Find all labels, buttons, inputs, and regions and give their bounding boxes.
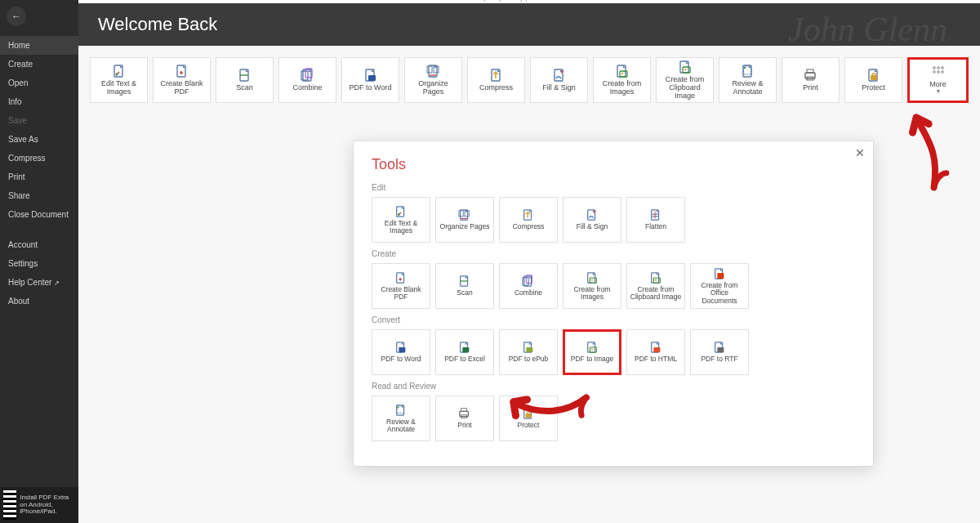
svg-point-52	[655, 279, 657, 280]
signature-decoration: John Glenn	[788, 10, 947, 49]
tool-label: PDF to Excel	[444, 355, 485, 363]
sidebar-item-create[interactable]: Create	[0, 55, 78, 74]
tool-organize-pages[interactable]: Organize Pages	[404, 57, 462, 103]
sidebar-item-open[interactable]: Open	[0, 74, 78, 92]
tool-pdf-to-word[interactable]: PDF to Word	[341, 57, 399, 103]
tool-pdf-to-html[interactable]: PDF to HTML	[626, 329, 685, 375]
svg-point-70	[397, 406, 399, 408]
tool-protect[interactable]: Protect	[499, 396, 558, 441]
svg-point-31	[933, 71, 935, 74]
svg-rect-45	[523, 278, 528, 286]
organize-pages-icon	[458, 208, 471, 221]
sidebar-item-settings[interactable]: Settings	[0, 254, 78, 273]
tool-label: Create from Images	[566, 286, 618, 302]
tool-label: Print	[457, 422, 471, 429]
fill-sign-icon	[552, 68, 567, 83]
welcome-title: Welcome Back	[98, 14, 217, 35]
tool-scan[interactable]: Scan	[216, 57, 274, 103]
back-button[interactable]: ←	[7, 7, 26, 26]
tool-label: PDF to HTML	[635, 355, 677, 363]
tool-create-from-images[interactable]: Create from Images	[563, 263, 621, 309]
sidebar-item-close-document[interactable]: Close Document	[0, 205, 78, 224]
tool-pdf-to-image[interactable]: PDF to Image	[563, 329, 621, 375]
print-icon	[804, 68, 818, 83]
tool-label: Protect	[862, 84, 885, 92]
tool-create-from-office-documents[interactable]: Create from Office Documents	[690, 263, 749, 309]
tool-compress[interactable]: Compress	[499, 197, 558, 243]
sidebar-item-print[interactable]: Print	[0, 168, 78, 186]
sidebar-item-compress[interactable]: Compress	[0, 149, 78, 168]
create-from-office-documents-icon	[713, 267, 726, 280]
sidebar-item-account[interactable]: Account	[0, 235, 78, 254]
tool-label: Combine	[292, 84, 322, 92]
tool-create-blank-pdf[interactable]: Create Blank PDF	[372, 263, 430, 309]
qr-promo: Install PDF Extra on Android, iPhone/iPa…	[0, 487, 78, 523]
tool-label: Organize Pages	[440, 223, 490, 230]
svg-point-1	[115, 74, 118, 76]
tool-edit-text-images[interactable]: Edit Text & Images	[372, 197, 430, 243]
tool-label: Create Blank PDF	[375, 286, 427, 302]
tool-label: Organize Pages	[408, 80, 458, 96]
tool-fill-sign[interactable]: Fill & Sign	[563, 197, 621, 243]
tool-label: PDF to Image	[571, 355, 613, 363]
tool-print[interactable]: Print	[435, 396, 494, 441]
tool-combine[interactable]: Combine	[499, 263, 558, 309]
tool-review-annotate[interactable]: Review & Annotate	[372, 396, 430, 441]
tool-create-from-clipboard-image[interactable]: Create from Clipboard Image	[656, 57, 714, 103]
compress-icon	[489, 68, 504, 83]
tool-create-from-clipboard-image[interactable]: Create from Clipboard Image	[626, 263, 685, 309]
qr-text: Install PDF Extra on Android, iPhone/iPa…	[20, 494, 75, 516]
svg-point-16	[621, 73, 622, 74]
svg-point-19	[684, 69, 685, 70]
tool-review-annotate[interactable]: Review & Annotate	[719, 57, 777, 103]
sidebar-item-info[interactable]: Info	[0, 92, 78, 111]
tool-create-blank-pdf[interactable]: Create Blank PDF	[153, 57, 211, 103]
tool-combine[interactable]: Combine	[278, 57, 336, 103]
tool-label: Edit Text & Images	[375, 220, 427, 235]
print-icon	[458, 407, 471, 420]
sidebar-item-help-center[interactable]: Help Center	[0, 273, 78, 292]
tool-more[interactable]: More	[907, 57, 969, 103]
tool-label: Create from Images	[597, 80, 647, 96]
section-row: Edit Text & ImagesOrganize PagesCompress…	[372, 197, 855, 243]
tool-label: PDF to RTF	[701, 355, 737, 363]
section-title: Edit	[372, 183, 855, 192]
toolbar-row: Edit Text & ImagesCreate Blank PDFScanCo…	[78, 46, 980, 103]
pdf-to-image-icon	[586, 341, 599, 354]
svg-rect-10	[427, 66, 432, 73]
organize-pages-icon	[426, 64, 441, 78]
close-icon[interactable]: ✕	[855, 146, 865, 159]
pdf-to-word-icon	[394, 341, 408, 354]
pdf-to-epub-icon	[522, 341, 535, 354]
tool-compress[interactable]: Compress	[467, 57, 525, 103]
svg-rect-56	[399, 347, 405, 352]
tool-edit-text-images[interactable]: Edit Text & Images	[90, 57, 148, 103]
tool-label: Combine	[514, 289, 542, 297]
tool-pdf-to-excel[interactable]: PDF to Excel	[435, 329, 494, 375]
edit-text-images-icon	[112, 64, 127, 78]
tool-scan[interactable]: Scan	[435, 263, 494, 309]
tool-organize-pages[interactable]: Organize Pages	[435, 197, 494, 243]
tool-pdf-to-epub[interactable]: PDF to ePub	[499, 329, 558, 375]
sidebar-item-share[interactable]: Share	[0, 186, 78, 205]
create-from-images-icon	[586, 271, 599, 284]
sidebar-item-home[interactable]: Home	[0, 36, 78, 55]
svg-rect-60	[526, 347, 532, 352]
pdf-to-word-icon	[363, 68, 378, 83]
tool-label: Fill & Sign	[542, 84, 576, 92]
sidebar-item-about[interactable]: About	[0, 292, 78, 311]
tool-label: Create from Clipboard Image	[630, 286, 682, 302]
compress-icon	[522, 208, 535, 221]
tool-create-from-images[interactable]: Create from Images	[593, 57, 651, 103]
svg-point-33	[941, 71, 943, 74]
tool-fill-sign[interactable]: Fill & Sign	[530, 57, 588, 103]
sidebar-item-save-as[interactable]: Save As	[0, 130, 78, 149]
tool-print[interactable]: Print	[782, 57, 840, 103]
tool-pdf-to-rtf[interactable]: PDF to RTF	[690, 329, 749, 375]
svg-rect-58	[462, 347, 469, 352]
tool-flatten[interactable]: Flatten	[626, 197, 685, 243]
tool-pdf-to-word[interactable]: PDF to Word	[372, 329, 430, 375]
tool-protect[interactable]: Protect	[844, 57, 902, 103]
section-row: Review & AnnotatePrintProtect	[372, 396, 855, 441]
tool-label: Create Blank PDF	[157, 80, 207, 96]
